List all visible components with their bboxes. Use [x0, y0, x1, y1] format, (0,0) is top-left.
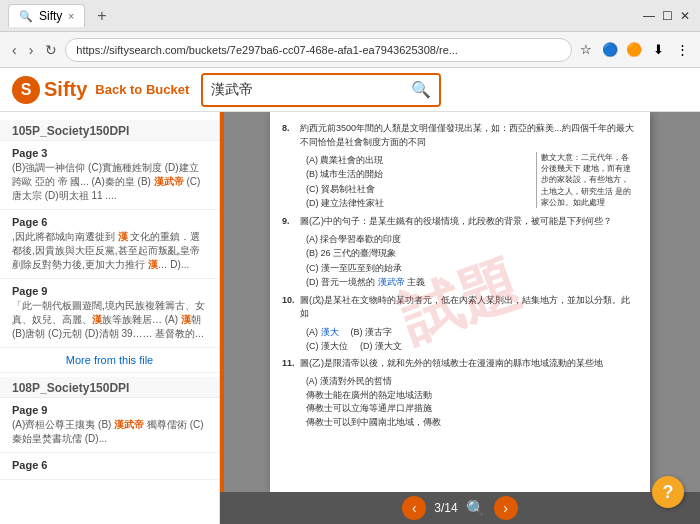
main-layout: 105P_Society150DPI Page 3 (B)強調一神信仰 (C)實…: [0, 112, 700, 524]
logo-char: S: [21, 81, 32, 99]
question-8: 8. 約西元前3500年間的人類是文明僅僅發現出某，如：西亞的蘇美...約四個千…: [282, 122, 638, 149]
search-icon: 🔍: [411, 80, 431, 99]
logo-text: Sifty: [44, 78, 87, 101]
pdf-prev-btn[interactable]: ‹: [402, 496, 426, 520]
search-input[interactable]: [203, 75, 403, 105]
list-item[interactable]: Page 9 「此一朝代板圖遊闊,境內民族複雜籌古、女真、奴兒、高麗、漢族等族雜…: [0, 279, 219, 348]
title-bar-left: 🔍 Sifty × +: [8, 4, 113, 27]
file-group-1-title: 105P_Society150DPI: [0, 120, 219, 141]
pdf-next-btn[interactable]: ›: [494, 496, 518, 520]
file-group-1: 105P_Society150DPI Page 3 (B)強調一神信仰 (C)實…: [0, 120, 219, 373]
help-icon: ?: [663, 482, 674, 503]
pdf-toolbar: ‹ 3/14 🔍 ›: [220, 492, 700, 524]
tab-title: Sifty: [39, 9, 62, 23]
pdf-viewer: 試題 8. 約西元前3500年間的人類是文明僅僅發現出某，如：西亞的蘇美...約…: [220, 112, 700, 524]
address-bar[interactable]: [65, 38, 572, 62]
orange-bar: [220, 112, 224, 492]
sifty-logo: S Sifty: [12, 76, 87, 104]
question-9: 9. 圖(乙)中的句子：是某生鐵有的役場情境，此段教的背景，被可能是下列何些？: [282, 215, 638, 229]
more-from-file-link[interactable]: More from this file: [0, 348, 219, 373]
side-notes: 數文大意：二元代年，各分後幾天下 建地，而有達步的家裝設，有些地方，土地之人，研…: [536, 152, 636, 208]
file-group-2-title: 108P_Society150DPI: [0, 377, 219, 398]
title-bar: 🔍 Sifty × + — ☐ ✕: [0, 0, 700, 32]
pdf-page: 試題 8. 約西元前3500年間的人類是文明僅僅發現出某，如：西亞的蘇美...約…: [220, 112, 700, 492]
search-btn[interactable]: 🔍: [403, 75, 439, 105]
file-group-2: 108P_Society150DPI Page 9 (A)齊桓公尊王攘夷 (B)…: [0, 377, 219, 480]
search-input-wrap: 🔍: [201, 73, 441, 107]
close-btn[interactable]: ✕: [678, 9, 692, 23]
profile-icon[interactable]: 🔵: [600, 40, 620, 60]
bookmark-icon[interactable]: ☆: [576, 40, 596, 60]
nav-icons: ☆ 🔵 🟠 ⬇ ⋮: [576, 40, 692, 60]
browser-tab[interactable]: 🔍 Sifty ×: [8, 4, 85, 27]
maximize-btn[interactable]: ☐: [660, 9, 674, 23]
page-label: Page 6: [12, 459, 207, 471]
search-bar: S Sifty Back to Bucket 🔍: [0, 68, 700, 112]
minimize-btn[interactable]: —: [642, 9, 656, 23]
pdf-page-num: 3/14: [434, 501, 457, 515]
q9-options: (A) 採合學習奉歡的印度 (B) 26 三代的臺灣現象 (C) 漢一至匹至到的…: [282, 232, 638, 290]
download-icon[interactable]: ⬇: [648, 40, 668, 60]
page-label: Page 9: [12, 404, 207, 416]
back-to-bucket-link[interactable]: Back to Bucket: [95, 82, 189, 97]
list-item[interactable]: Page 3 (B)強調一神信仰 (C)實施種姓制度 (D)建立跨歐 亞的 帝 …: [0, 141, 219, 210]
pdf-content: 試題 8. 約西元前3500年間的人類是文明僅僅發現出某，如：西亞的蘇美...約…: [270, 112, 650, 492]
sidebar: 105P_Society150DPI Page 3 (B)強調一神信仰 (C)實…: [0, 112, 220, 524]
menu-icon[interactable]: ⋮: [672, 40, 692, 60]
extension-icon[interactable]: 🟠: [624, 40, 644, 60]
refresh-btn[interactable]: ↻: [41, 40, 61, 60]
q10-options: (A) 漢大 (B) 漢古字 (C) 漢大位 (D) 漢大文: [282, 325, 638, 354]
back-btn[interactable]: ‹: [8, 40, 21, 60]
help-btn[interactable]: ?: [652, 476, 684, 508]
logo-icon: S: [12, 76, 40, 104]
page-text: (B)強調一神信仰 (C)實施種姓制度 (D)建立跨歐 亞的 帝 國... (A…: [12, 161, 207, 203]
q11-options: (A) 漢清對外民的哲情 傳教士能在廣州的熱定地域活動 傳教士可以立海等通岸口岸…: [282, 375, 638, 429]
list-item[interactable]: Page 6: [0, 453, 219, 480]
page-label: Page 6: [12, 216, 207, 228]
page-text: (A)齊桓公尊王攘夷 (B) 漢武帝 獨尊儒術 (C)秦始皇焚書坑儒 (D)..…: [12, 418, 207, 446]
forward-btn[interactable]: ›: [25, 40, 38, 60]
page-text: ,因此將都城向南遷徙到 漢 文化的重鎮．選都後,因貴族與大臣反黨,甚至起而叛亂,…: [12, 230, 207, 272]
page-label: Page 9: [12, 285, 207, 297]
new-tab-btn[interactable]: +: [91, 7, 112, 25]
page-label: Page 3: [12, 147, 207, 159]
window-controls: — ☐ ✕: [642, 9, 692, 23]
list-item[interactable]: Page 6 ,因此將都城向南遷徙到 漢 文化的重鎮．選都後,因貴族與大臣反黨,…: [0, 210, 219, 279]
question-11: 11. 圖(乙)是限清帝以後，就和先外的領域教士在漫漫南的縣市地域流動的某些地: [282, 357, 638, 371]
page-text: 「此一朝代板圖遊闊,境內民族複雜籌古、女真、奴兒、高麗、漢族等族雜居… (A) …: [12, 299, 207, 341]
pdf-zoom-btn[interactable]: 🔍: [466, 499, 486, 518]
list-item[interactable]: Page 9 (A)齊桓公尊王攘夷 (B) 漢武帝 獨尊儒術 (C)秦始皇焚書坑…: [0, 398, 219, 453]
question-10: 10. 圖(戊)是某社在文物時的某功者元，低在內索人某則出，結集地方，並加以分類…: [282, 294, 638, 321]
nav-bar: ‹ › ↻ ☆ 🔵 🟠 ⬇ ⋮: [0, 32, 700, 68]
tab-close-btn[interactable]: ×: [68, 11, 74, 22]
